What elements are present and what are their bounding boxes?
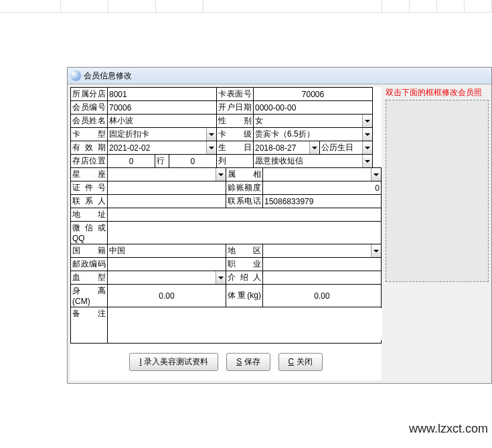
photo-box[interactable] [386, 100, 489, 282]
chevron-down-icon[interactable] [216, 271, 226, 284]
open-date-value[interactable] [254, 101, 373, 115]
member-no-value[interactable] [108, 101, 217, 115]
label-country: 国 籍 [71, 244, 108, 258]
height-value[interactable] [108, 285, 226, 307]
label-wechat: 微信或QQ [71, 222, 108, 244]
blood-select[interactable] [108, 271, 226, 285]
postal-value[interactable] [108, 258, 226, 271]
contact-value[interactable] [108, 195, 226, 208]
bloodrel-select[interactable] [263, 168, 382, 181]
label-region: 地 区 [226, 244, 263, 258]
label-card-surface: 卡表面号 [217, 88, 254, 101]
chevron-down-icon[interactable] [216, 168, 226, 181]
chevron-down-icon[interactable] [371, 244, 381, 257]
form-grid-2: 星 座 属 相 证 件 号 赊账额度 联 系 人 联系电话 [70, 167, 382, 344]
window-title: 会员信息修改 [84, 70, 132, 82]
label-card-level: 卡 级 [217, 128, 254, 141]
address-value[interactable] [108, 208, 382, 222]
label-zodiac: 星 座 [71, 168, 108, 181]
remark-value[interactable] [108, 307, 382, 344]
chevron-down-icon[interactable] [206, 141, 216, 154]
label-bloodrel: 属 相 [226, 168, 263, 181]
top-toolbar [0, 0, 492, 13]
label-store-pos: 存店位置 [71, 155, 108, 168]
chevron-down-icon[interactable] [362, 155, 372, 167]
chevron-down-icon[interactable] [206, 128, 216, 141]
label-phone: 联系电话 [226, 195, 263, 208]
save-button[interactable]: S 保存 [226, 353, 270, 371]
valid-date-select[interactable]: 2021-02-02 [108, 141, 217, 155]
idno-value[interactable] [108, 181, 226, 195]
footer-url: www.lzxct.com [409, 422, 488, 436]
birthday-select[interactable]: 2018-08-27 [254, 141, 320, 155]
label-valid-date: 有 效 期 [71, 141, 108, 155]
form-grid: 所属分店 卡表面号 会员编号 开户日期 会员姓名 性 别 女 [70, 87, 373, 168]
label-postal: 邮政编码 [71, 258, 108, 271]
label-address: 地 址 [71, 208, 108, 222]
store-col-value[interactable] [169, 155, 216, 168]
label-birthday: 生 日 [217, 141, 254, 155]
label-idno: 证 件 号 [71, 181, 108, 195]
label-row: 行 [155, 155, 169, 168]
chevron-down-icon[interactable] [371, 168, 381, 181]
close-button[interactable]: C 关闭 [278, 353, 323, 371]
label-blood: 血 型 [71, 271, 108, 285]
label-gender: 性 别 [217, 115, 254, 128]
sms-select[interactable]: 愿意接收短信 [254, 155, 373, 168]
region-select[interactable] [263, 244, 382, 258]
chevron-down-icon[interactable] [362, 128, 372, 141]
credit-value[interactable] [263, 181, 382, 195]
button-row: I 录入美容测试资料 S 保存 C 关闭 [70, 344, 382, 380]
weight-value[interactable] [263, 285, 382, 307]
label-remark: 备 注 [71, 307, 108, 344]
label-referrer: 介 绍 人 [226, 271, 263, 285]
branch-value[interactable] [108, 88, 217, 101]
country-value[interactable] [108, 244, 226, 258]
chevron-down-icon[interactable] [309, 141, 319, 154]
member-edit-dialog: 会员信息修改 所属分店 卡表面号 会员编号 开户日期 [67, 67, 492, 384]
occupation-value[interactable] [263, 258, 382, 271]
card-surface-value[interactable] [254, 88, 373, 101]
right-panel: 双击下面的框框修改会员照 [386, 87, 489, 282]
phone-value[interactable] [263, 195, 382, 208]
label-member-name: 会员姓名 [71, 115, 108, 128]
card-type-select[interactable]: 固定折扣卡 [108, 128, 217, 141]
label-col: 列 [217, 155, 254, 168]
label-open-date: 开户日期 [217, 101, 254, 115]
label-contact: 联 系 人 [71, 195, 108, 208]
store-pos-value[interactable] [108, 155, 155, 168]
label-height: 身高(CM) [71, 285, 108, 307]
label-card-type: 卡 型 [71, 128, 108, 141]
wechat-value[interactable] [108, 222, 382, 244]
calendar-select[interactable]: 公历生日 [320, 141, 373, 155]
titlebar: 会员信息修改 [68, 68, 491, 84]
chevron-down-icon[interactable] [362, 115, 372, 127]
beauty-test-button[interactable]: I 录入美容测试资料 [129, 353, 218, 371]
card-level-select[interactable]: 贵宾卡（6.5折） [254, 128, 373, 141]
gender-select[interactable]: 女 [254, 115, 373, 128]
chevron-down-icon[interactable] [362, 141, 372, 154]
member-name-value[interactable] [108, 115, 217, 128]
label-credit: 赊账额度 [226, 181, 263, 195]
zodiac-select[interactable] [108, 168, 226, 181]
referrer-value[interactable] [263, 271, 382, 285]
label-member-no: 会员编号 [71, 101, 108, 115]
label-branch: 所属分店 [71, 88, 108, 101]
form-area: 所属分店 卡表面号 会员编号 开户日期 会员姓名 性 别 女 [70, 87, 382, 380]
label-occupation: 职 业 [226, 258, 263, 271]
photo-hint: 双击下面的框框修改会员照 [386, 87, 489, 98]
label-weight: 体重(kg) [226, 285, 263, 307]
app-icon [70, 70, 81, 81]
